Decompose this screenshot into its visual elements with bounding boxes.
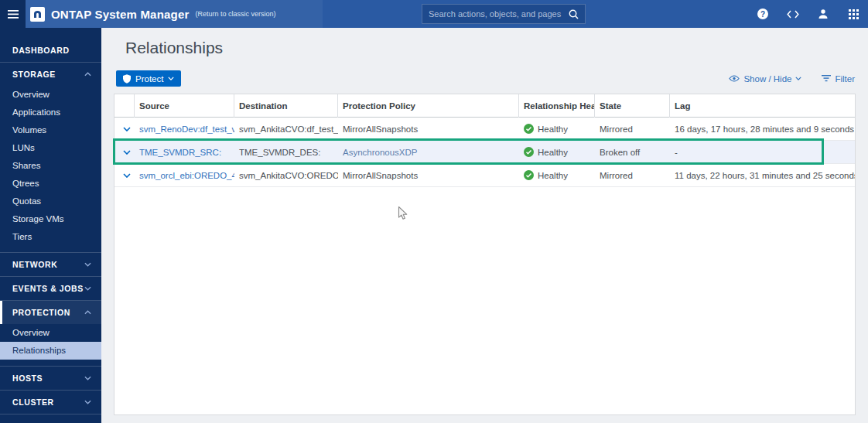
rest-api-button[interactable] (786, 7, 800, 21)
shield-icon (123, 74, 131, 84)
source-link[interactable]: svm_RenoDev:df_test_volu... (135, 125, 234, 134)
sidebar-section-storage: STORAGE Overview Applications Volumes LU… (0, 63, 101, 253)
column-header-state[interactable]: State (595, 94, 670, 118)
lag-cell: - (670, 148, 855, 157)
health-label: Healthy (538, 148, 568, 157)
search-icon[interactable] (569, 9, 579, 19)
chevron-down-icon (168, 77, 174, 80)
chevron-down-icon (84, 400, 91, 404)
user-button[interactable] (816, 7, 830, 21)
sidebar-item-relationships[interactable]: Relationships (0, 342, 101, 360)
hamburger-icon (8, 10, 19, 19)
sidebar-item-applications[interactable]: Applications (0, 104, 101, 121)
table-row-highlighted: TME_SVMDR_SRC: TME_SVMDR_DES: Asynchrono… (114, 141, 855, 164)
protection-policy-cell: MirrorAllSnapshots (338, 125, 519, 134)
column-header-destination[interactable]: Destination (234, 94, 338, 118)
chevron-down-icon (123, 173, 131, 178)
destination-cell: svm_AnkitaCVO:df_test_vol... (234, 125, 338, 134)
sidebar-item-shares[interactable]: Shares (0, 157, 101, 175)
table-row: svm_orcl_ebi:OREDO_49_78 svm_AnkitaCVO:O… (114, 164, 855, 187)
sidebar-item-tiers[interactable]: Tiers (0, 228, 101, 246)
healthy-check-icon (524, 170, 534, 180)
sidebar-item-storage-vms[interactable]: Storage VMs (0, 210, 101, 228)
row-expand-button[interactable] (114, 127, 135, 131)
table-header-row: Source Destination Protection Policy Rel… (114, 94, 855, 118)
healthy-check-icon (524, 147, 534, 157)
relationships-table: Source Destination Protection Policy Rel… (114, 94, 856, 415)
page-title: Relationships (125, 39, 868, 57)
chevron-down-icon (84, 376, 91, 380)
sidebar-section-network: NETWORK (0, 253, 101, 277)
chevron-down-icon (84, 286, 91, 291)
show-hide-button[interactable]: Show / Hide (729, 74, 801, 84)
sidebar-item-qtrees[interactable]: Qtrees (0, 175, 101, 193)
apps-grid-button[interactable] (846, 7, 860, 21)
expand-column-header (114, 94, 135, 118)
lag-cell: 11 days, 22 hours, 31 minutes and 25 sec… (670, 171, 855, 180)
chevron-down-icon (795, 77, 801, 80)
global-search[interactable] (422, 4, 586, 24)
source-link[interactable]: TME_SVMDR_SRC: (135, 148, 234, 157)
help-button[interactable]: ? (756, 7, 770, 21)
main-content: Relationships Protect Show / Hide (101, 28, 868, 423)
dashboard-label: DASHBOARD (12, 46, 70, 55)
toolbar-right-group: Show / Hide Filter (729, 74, 855, 84)
search-input[interactable] (429, 9, 569, 19)
filter-button[interactable]: Filter (822, 74, 855, 84)
row-expand-button[interactable] (114, 173, 135, 178)
row-expand-button[interactable] (114, 150, 135, 155)
app-brand: ONTAP System Manager (Return to classic … (26, 0, 323, 28)
column-header-source[interactable]: Source (135, 94, 234, 118)
relationship-health-cell: Healthy (519, 147, 595, 157)
sidebar-item-volumes[interactable]: Volumes (0, 121, 101, 139)
table-row: svm_RenoDev:df_test_volu... svm_AnkitaCV… (114, 118, 855, 141)
hamburger-menu-button[interactable] (0, 0, 26, 28)
chevron-down-icon (84, 262, 91, 267)
protect-button[interactable]: Protect (116, 70, 181, 87)
chevron-up-icon (84, 72, 91, 77)
relationship-health-cell: Healthy (519, 170, 595, 180)
relationship-health-cell: Healthy (519, 124, 595, 134)
health-label: Healthy (538, 125, 568, 134)
apps-grid-icon (849, 9, 859, 19)
chevron-down-icon (123, 150, 131, 155)
column-header-lag[interactable]: Lag (670, 94, 855, 118)
state-cell: Mirrored (595, 171, 670, 180)
sidebar-item-cluster[interactable]: CLUSTER (0, 391, 101, 414)
storage-subnav: Overview Applications Volumes LUNs Share… (0, 86, 101, 252)
protection-policy-cell: MirrorAllSnapshots (338, 171, 519, 180)
filter-icon (822, 75, 831, 82)
sidebar-item-protection[interactable]: PROTECTION (0, 301, 101, 324)
sidebar-section-cluster: CLUSTER (0, 391, 101, 414)
app-title: ONTAP System Manager (51, 8, 190, 21)
chevron-down-icon (123, 127, 131, 131)
destination-cell: TME_SVMDR_DES: (234, 148, 338, 157)
chevron-up-icon (84, 310, 91, 315)
healthy-check-icon (524, 124, 534, 134)
health-label: Healthy (538, 171, 568, 180)
protection-policy-cell: AsynchronousXDP (338, 148, 519, 157)
eye-icon (729, 75, 740, 82)
sidebar-item-events-jobs[interactable]: EVENTS & JOBS (0, 277, 101, 300)
topbar-icon-group: ? (756, 0, 860, 28)
top-bar: ONTAP System Manager (Return to classic … (0, 0, 868, 28)
sidebar-item-network[interactable]: NETWORK (0, 253, 101, 276)
sidebar-item-storage-overview[interactable]: Overview (0, 86, 101, 104)
sidebar-item-hosts[interactable]: HOSTS (0, 367, 101, 390)
return-to-classic-link[interactable]: (Return to classic version) (196, 10, 276, 18)
netapp-logo-icon (30, 7, 45, 22)
sidebar-item-quotas[interactable]: Quotas (0, 193, 101, 210)
user-icon (818, 9, 829, 19)
sidebar-section-events-jobs: EVENTS & JOBS (0, 277, 101, 301)
sidebar-item-protection-overview[interactable]: Overview (0, 324, 101, 342)
column-header-relationship-health[interactable]: Relationship Health (519, 94, 595, 118)
sidebar-item-dashboard[interactable]: DASHBOARD (0, 39, 101, 63)
destination-cell: svm_AnkitaCVO:OREDO_49... (234, 171, 338, 180)
help-icon: ? (757, 9, 768, 19)
sidebar-nav: DASHBOARD STORAGE Overview Applications … (0, 28, 101, 423)
sidebar-item-storage[interactable]: STORAGE (0, 63, 101, 86)
source-link[interactable]: svm_orcl_ebi:OREDO_49_78 (135, 171, 234, 180)
sidebar-item-luns[interactable]: LUNs (0, 139, 101, 157)
table-toolbar: Protect Show / Hide (116, 70, 855, 87)
column-header-protection-policy[interactable]: Protection Policy (338, 94, 519, 118)
